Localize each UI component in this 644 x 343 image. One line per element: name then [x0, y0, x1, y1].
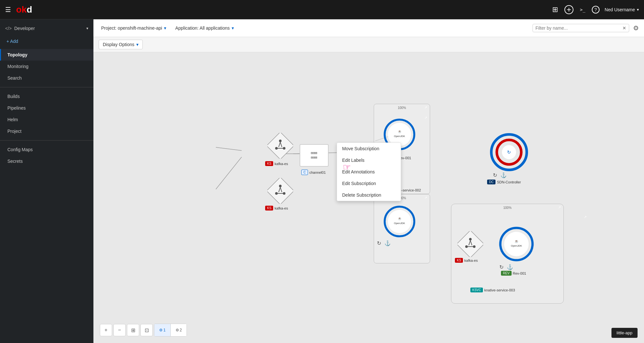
main-content: Project: openshift-machine-api ▾ Applica… — [93, 19, 644, 343]
ks-badge-1: KS — [265, 161, 273, 166]
sidebar-item-search[interactable]: Search — [0, 72, 93, 84]
node-level-1-button[interactable]: ⚙ 1 — [154, 324, 170, 336]
node-level-2-button[interactable]: ⚙ 2 — [170, 324, 187, 336]
zoom-in-button[interactable]: + — [100, 324, 112, 336]
sdn-icons: ↻ ⚓ — [493, 172, 507, 178]
terminal-icon[interactable]: >_ — [580, 7, 585, 12]
group-external-link-icon-3[interactable]: ↗ — [558, 205, 561, 210]
anchor-icon-lower[interactable]: ⚓ — [384, 240, 391, 246]
svg-point-16 — [275, 147, 278, 150]
svg-point-40 — [504, 232, 529, 256]
top-navigation: ☰ okd ⊞ + >_ ? Ned Username ▾ — [0, 0, 644, 19]
kafka-diamond-2[interactable] — [267, 178, 293, 204]
sdn-controller-node[interactable]: ↻ — [490, 133, 528, 172]
pct-label-1: 100% — [398, 106, 406, 110]
channel-label: C channel01 — [301, 170, 326, 175]
application-selector[interactable]: Application: All applications ▾ — [173, 24, 236, 32]
svg-text:OpenJDK: OpenJDK — [394, 135, 405, 138]
openjdk-node-right[interactable]: ☕ OpenJDK — [499, 226, 534, 262]
little-app-banner[interactable]: little-app — [611, 328, 638, 338]
kafka-es-2: kafka-es — [274, 206, 288, 210]
kafka-diamond-3[interactable] — [457, 231, 483, 257]
project-selector[interactable]: Project: openshift-machine-api ▾ — [99, 24, 169, 32]
secrets-label: Secrets — [7, 159, 23, 164]
sdn-controller-label: DC SDN-Controller — [487, 180, 521, 184]
svg-point-34 — [465, 245, 468, 248]
context-edit-annotations[interactable]: Edit Annotations — [337, 166, 401, 178]
sidebar-developer-mode[interactable]: </> Developer ▾ — [0, 23, 93, 34]
svg-text:OpenJDK: OpenJDK — [394, 222, 405, 225]
user-menu[interactable]: Ned Username ▾ — [605, 7, 639, 12]
inner-link-icon-right[interactable]: ↗ — [584, 215, 587, 219]
logo-ok: ok — [16, 5, 27, 15]
recycle-icon-right[interactable]: ↻ — [499, 264, 504, 270]
zoom-out-button[interactable]: − — [113, 324, 126, 336]
kafka-es-1: kafka-es — [274, 162, 288, 166]
sidebar-item-topology[interactable]: Topology — [0, 49, 93, 61]
kafka-diamond-1[interactable] — [267, 133, 293, 159]
context-edit-labels[interactable]: Edit Labels — [337, 154, 401, 166]
application-caret-icon: ▾ — [232, 25, 234, 31]
sidebar-item-project[interactable]: Project — [0, 125, 93, 137]
grid-icon[interactable]: ⊞ — [552, 5, 558, 14]
topology-settings-icon[interactable]: ⚙ — [633, 24, 639, 32]
context-edit-subscription[interactable]: Edit Subscription — [337, 178, 401, 189]
pct-label-3: 100% — [503, 206, 512, 210]
svg-point-33 — [469, 238, 472, 240]
node-action-icons-lower: ↻ ⚓ — [377, 240, 391, 246]
reset-view-button[interactable]: ⊡ — [140, 324, 153, 336]
group-external-link-icon-1[interactable]: ↗ — [424, 105, 427, 110]
svg-text:↻: ↻ — [507, 150, 511, 155]
svg-rect-14 — [267, 133, 293, 159]
group-external-link-icon-2[interactable]: ↗ — [424, 196, 427, 200]
fit-view-button[interactable]: ⊞ — [127, 324, 139, 336]
kafka-es-3: kafka-es — [464, 259, 478, 262]
developer-label: Developer — [14, 26, 35, 31]
sidebar: </> Developer ▾ + Add Topology Monitorin… — [0, 19, 93, 343]
context-menu: Move Subscription Edit Labels Edit Annot… — [337, 142, 401, 201]
node-2-icon: ⚙ — [176, 328, 179, 332]
sidebar-item-monitoring[interactable]: Monitoring — [0, 61, 93, 72]
display-options-button[interactable]: Display Options ▾ — [99, 40, 143, 49]
project-label-text: Project: openshift-machine-api — [101, 25, 162, 31]
context-delete-subscription[interactable]: Delete Subscription — [337, 189, 401, 201]
svg-point-23 — [275, 192, 278, 195]
node-action-icons-right: ↻ ⚓ — [499, 264, 513, 270]
sidebar-item-helm[interactable]: Helm — [0, 114, 93, 125]
svg-point-11 — [388, 210, 411, 233]
group-inner-link-icon-1[interactable]: ↗ — [424, 116, 427, 120]
node-2-label: 2 — [180, 328, 182, 332]
filter-input[interactable] — [535, 25, 622, 31]
add-icon[interactable]: + — [564, 5, 573, 14]
context-move-subscription[interactable]: Move Subscription — [337, 143, 401, 154]
svg-point-15 — [279, 140, 282, 142]
sidebar-item-secrets[interactable]: Secrets — [0, 155, 93, 167]
channel-node[interactable]: ⊞⊞⊞ ⊞⊞⊞ — [300, 144, 329, 167]
sidebar-item-builds[interactable]: Builds — [0, 91, 93, 102]
sdn-anchor-icon[interactable]: ⚓ — [500, 172, 507, 178]
search-label: Search — [7, 75, 22, 81]
node-level-buttons: ⚙ 1 ⚙ 2 — [154, 324, 187, 337]
svg-text:☕: ☕ — [398, 130, 402, 133]
hamburger-menu[interactable]: ☰ — [5, 6, 11, 14]
sidebar-item-configmaps[interactable]: Config Maps — [0, 144, 93, 155]
logo-d: d — [27, 5, 32, 15]
sidebar-add-button[interactable]: + Add — [0, 36, 93, 46]
developer-caret-icon: ▾ — [86, 26, 88, 31]
openjdk-node-lower[interactable]: ☕ OpenJDK — [383, 205, 416, 238]
node-1-label: 1 — [163, 328, 166, 332]
project-label: Project — [7, 129, 22, 134]
bottom-toolbar: + − ⊞ ⊡ ⚙ 1 ⚙ 2 — [100, 324, 187, 337]
logo-text: okd — [16, 5, 32, 15]
sdn-recycle-icon[interactable]: ↻ — [493, 172, 497, 178]
svg-line-1 — [216, 157, 242, 189]
filter-clear-icon[interactable]: ✕ — [622, 25, 626, 31]
topology-canvas[interactable]: ↗ ↗ 100% ☕ OpenJDK REV Rev-001 KSVC knat… — [93, 52, 644, 343]
knative-service-003-label: KSVC knative-service-003 — [470, 288, 515, 292]
help-icon[interactable]: ? — [592, 6, 600, 14]
project-toolbar: Project: openshift-machine-api ▾ Applica… — [93, 19, 644, 37]
recycle-icon-lower[interactable]: ↻ — [377, 240, 381, 246]
sidebar-item-pipelines[interactable]: Pipelines — [0, 102, 93, 114]
anchor-icon-right[interactable]: ⚓ — [507, 264, 513, 270]
topology-label: Topology — [7, 52, 27, 57]
